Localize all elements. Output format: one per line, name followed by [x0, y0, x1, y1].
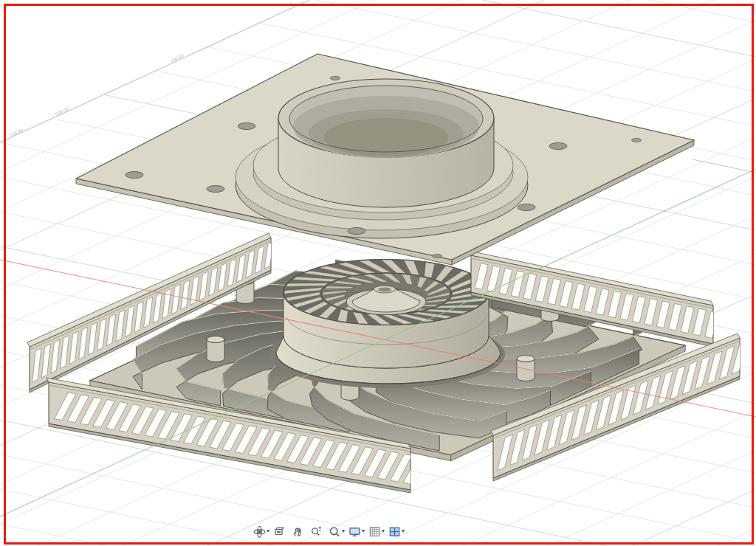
orbit-icon [253, 525, 266, 538]
dropdown-caret-icon[interactable]: ▾ [342, 525, 345, 538]
dropdown-caret-icon[interactable]: ▾ [267, 525, 269, 538]
grid-tick-labels: 750.00500.00250.00 [9, 53, 185, 138]
pan-icon [292, 525, 304, 538]
look-at-button[interactable] [272, 525, 286, 538]
fit-icon [329, 525, 341, 538]
viewports-button[interactable] [388, 525, 401, 538]
impeller[interactable] [269, 260, 505, 389]
grid-and-snaps-button[interactable] [368, 525, 381, 538]
orbit-button[interactable] [252, 525, 266, 538]
display-settings-button[interactable] [348, 525, 361, 538]
grid-snaps-icon [368, 525, 381, 538]
zoom-button[interactable] [309, 525, 323, 538]
look-at-icon [273, 525, 286, 538]
viewport-navigation-bar: ▾▾▾▾▾ [252, 525, 407, 538]
dropdown-caret-icon[interactable]: ▾ [362, 525, 365, 538]
dropdown-caret-icon[interactable]: ▾ [382, 525, 385, 538]
pan-button[interactable] [291, 525, 304, 538]
viewports-icon [388, 525, 401, 538]
fit-button[interactable] [328, 525, 341, 538]
dropdown-caret-icon[interactable]: ▾ [402, 525, 405, 538]
display-settings-icon [348, 525, 361, 538]
zoom-icon [310, 525, 323, 538]
model-canvas[interactable]: 750.00500.00250.00 [0, 0, 756, 546]
cad-viewport-window: 750.00500.00250.00 ▾▾▾▾▾ [0, 0, 756, 546]
